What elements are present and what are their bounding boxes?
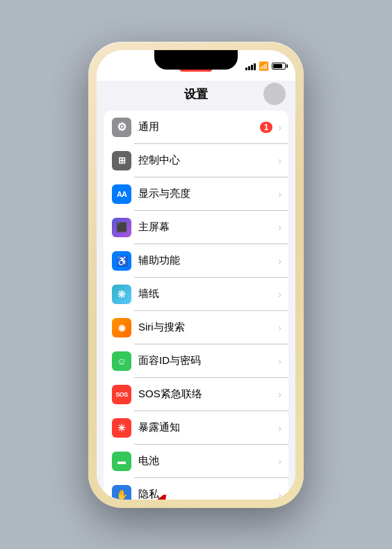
- chevron-privacy: ›: [278, 489, 281, 500]
- chevron-sos: ›: [278, 389, 281, 400]
- page-title: 设置: [184, 86, 208, 102]
- settings-item-display[interactable]: AA 显示与亮度 ›: [104, 177, 288, 211]
- status-bar: 10:53 📶: [97, 50, 295, 81]
- icon-privacy: ✋: [112, 485, 131, 500]
- chevron-battery: ›: [278, 456, 281, 467]
- settings-item-sos[interactable]: SOS SOS紧急联络 ›: [104, 378, 288, 411]
- chevron-general: ›: [278, 122, 281, 133]
- battery-icon: [272, 63, 286, 70]
- label-siri: Siri与搜索: [138, 321, 275, 334]
- chevron-wallpaper: ›: [278, 289, 281, 300]
- settings-item-wallpaper[interactable]: ❊ 墙纸 ›: [104, 278, 288, 311]
- settings-item-general[interactable]: ⚙ 通用 1 ›: [104, 111, 288, 144]
- chevron-faceid: ›: [278, 356, 281, 367]
- settings-item-privacy[interactable]: ✋ 隐私 ›: [104, 478, 288, 500]
- settings-list-area: ⚙ 通用 1 › ⊞ 控制中心 › AA 显示与亮度 ›: [97, 108, 295, 500]
- notch: [154, 50, 238, 70]
- chevron-siri: ›: [278, 322, 281, 333]
- icon-wallpaper: ❊: [112, 285, 131, 304]
- wifi-icon: 📶: [259, 61, 269, 71]
- icon-exposure: ✳: [112, 418, 131, 438]
- battery-fill: [273, 64, 282, 68]
- label-exposure: 暴露通知: [138, 421, 275, 434]
- icon-home-screen: ⬛: [112, 218, 131, 237]
- settings-item-exposure[interactable]: ✳ 暴露通知 ›: [104, 411, 288, 445]
- label-home-screen: 主屏幕: [138, 221, 275, 234]
- icon-siri: ◉: [112, 318, 131, 337]
- chevron-accessibility: ›: [278, 255, 281, 266]
- signal-icon: [245, 62, 256, 70]
- settings-item-battery[interactable]: ▬ 电池 ›: [104, 445, 288, 478]
- chevron-exposure: ›: [278, 422, 281, 433]
- icon-display: AA: [112, 184, 131, 204]
- icon-faceid: ☺: [112, 351, 131, 371]
- chevron-home-screen: ›: [278, 222, 281, 233]
- chevron-control-center: ›: [278, 155, 281, 166]
- label-sos: SOS紧急联络: [138, 388, 275, 401]
- icon-battery: ▬: [112, 452, 131, 471]
- settings-item-faceid[interactable]: ☺ 面容ID与密码 ›: [104, 344, 288, 378]
- badge-general: 1: [260, 122, 273, 133]
- phone-outer: 10:53 📶 设置: [88, 42, 304, 508]
- label-faceid: 面容ID与密码: [138, 354, 275, 367]
- avatar[interactable]: [263, 83, 286, 105]
- label-privacy: 隐私: [138, 488, 275, 500]
- status-icons: 📶: [245, 61, 286, 71]
- settings-item-accessibility[interactable]: ♿ 辅助功能 ›: [104, 244, 288, 278]
- header: 设置: [97, 81, 295, 108]
- label-battery: 电池: [138, 454, 275, 468]
- icon-sos: SOS: [112, 385, 131, 404]
- screen: 10:53 📶 设置: [97, 50, 295, 500]
- settings-group-1: ⚙ 通用 1 › ⊞ 控制中心 › AA 显示与亮度 ›: [104, 111, 288, 500]
- chevron-display: ›: [278, 189, 281, 200]
- settings-item-home-screen[interactable]: ⬛ 主屏幕 ›: [104, 211, 288, 244]
- label-general: 通用: [138, 120, 260, 134]
- label-wallpaper: 墙纸: [138, 287, 275, 301]
- icon-accessibility: ♿: [112, 251, 131, 271]
- settings-item-siri[interactable]: ◉ Siri与搜索 ›: [104, 311, 288, 344]
- label-control-center: 控制中心: [138, 154, 275, 167]
- icon-control-center: ⊞: [112, 151, 131, 170]
- label-display: 显示与亮度: [138, 187, 275, 200]
- label-accessibility: 辅助功能: [138, 254, 275, 267]
- icon-general: ⚙: [112, 118, 131, 137]
- phone-inner: 10:53 📶 设置: [97, 50, 295, 500]
- settings-item-control-center[interactable]: ⊞ 控制中心 ›: [104, 144, 288, 177]
